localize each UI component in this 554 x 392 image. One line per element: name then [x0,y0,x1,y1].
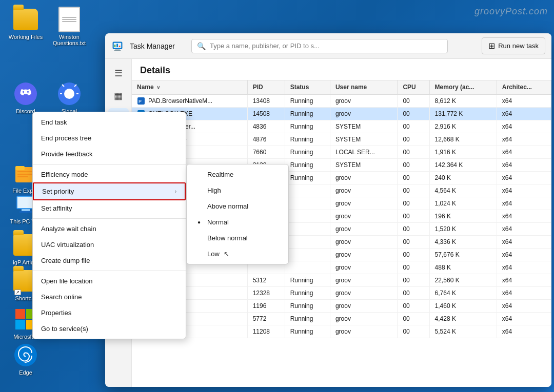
cell-memory: 4,428 K [429,313,497,325]
run-new-task-button[interactable]: ⊞ Run new task [482,37,545,54]
cell-user: groov [330,184,398,197]
submenu-item-label: Normal [207,218,229,226]
col-pid[interactable]: PID [247,80,285,94]
context-menu-item-efficiency-mode[interactable]: Efficiency mode [33,167,186,182]
col-memory[interactable]: Memory (ac... [429,80,497,94]
cell-cpu: 00 [398,223,429,236]
cell-status: Running [285,313,330,325]
context-menu-item-analyze-wait-chain[interactable]: Analyze wait chain [33,221,186,237]
search-input[interactable] [210,42,442,50]
col-status[interactable]: Status [285,80,330,94]
cell-memory: 5,524 K [429,325,497,338]
table-row[interactable]: .exe 1196 Running groov 00 1,460 K x64 [132,300,551,313]
context-menu-item-uac-virtualization[interactable]: UAC virtualization [33,237,186,253]
context-menu-item-label: Search online [41,293,82,301]
submenu-item-low[interactable]: Low ↖ [187,246,288,262]
cell-user: groov [330,300,398,313]
cell-arch: x64 [497,210,551,223]
svg-rect-5 [17,171,34,172]
cell-user: LOCAL SER... [330,146,398,159]
cell-cpu: 00 [398,210,429,223]
table-row[interactable]: O OUTLOOK.EXE 14508 Running groov 00 131… [132,108,551,120]
submenu-item-high[interactable]: High [187,182,288,198]
cell-memory: 1,460 K [429,300,497,313]
col-user[interactable]: User name [330,80,398,94]
desktop-icon-edge[interactable]: Edge [5,341,46,378]
table-row[interactable]: .exe 5772 Running groov 00 4,428 K x64 [132,313,551,325]
cell-memory: 131,772 K [429,108,497,120]
desktop-icon-signal[interactable]: Signal [49,79,90,116]
title-bar: Task Manager 🔍 ⊞ Run new task [105,33,551,59]
desktop: groovyPost.com Working Files WinstonQues… [0,0,554,392]
cell-arch: x64 [497,236,551,249]
cell-status: Running [285,274,330,287]
cell-user: groov [330,249,398,261]
context-menu-item-label: Efficiency mode [41,171,88,178]
discord-icon [13,81,38,106]
desktop-icon-winston[interactable]: WinstonQuestions.txt [49,5,90,48]
table-row[interactable]: lickToRun.exe 4876 Running SYSTEM 00 12,… [132,133,551,146]
sidebar-hamburger-button[interactable]: ☰ [108,63,129,84]
svg-rect-6 [17,174,34,175]
submenu-item-label: Realtime [207,171,233,178]
context-menu-item-label: Go to service(s) [41,325,88,333]
submenu-item-realtime[interactable]: Realtime [187,167,288,182]
svg-rect-21 [119,46,121,47]
submenu-item-above-normal[interactable]: Above normal [187,198,288,214]
submenu-item-below-normal[interactable]: Below normal [187,230,288,246]
context-menu-item-create-dump-file[interactable]: Create dump file [33,253,186,269]
col-name[interactable]: Name ∨ [132,80,247,94]
table-row[interactable]: .exe 5312 Running groov 00 22,560 K x64 [132,274,551,287]
context-menu-item-end-task[interactable]: End task [33,114,186,130]
context-menu-item-properties[interactable]: Properties [33,305,186,321]
desktop-icon-discord[interactable]: Discord [5,79,46,116]
svg-rect-11 [19,211,32,213]
icon-label: Edge [19,369,32,376]
cell-status [285,249,330,261]
submenu-item-normal[interactable]: ●Normal [187,214,288,230]
table-row[interactable]: msedge.exe 11208 Running groov 00 5,524 … [132,325,551,338]
desktop-icon-working-files[interactable]: Working Files [5,5,46,42]
signal-icon [57,81,82,106]
table-row[interactable]: .exe 7660 Running LOCAL SER... 00 1,916 … [132,146,551,159]
search-bar[interactable]: 🔍 [191,39,448,53]
cell-cpu: 00 [398,313,429,325]
table-row[interactable]: .exe 12328 Running groov 00 6,764 K x64 [132,287,551,300]
cell-arch: x64 [497,133,551,146]
cell-pid: 11208 [247,325,285,338]
submenu-item-label: Low [207,250,220,258]
cell-cpu: 00 [398,249,429,261]
cell-cpu: 00 [398,274,429,287]
col-arch[interactable]: Architec... [497,80,551,94]
cell-status: Running [285,133,330,146]
cell-user: SYSTEM [330,133,398,146]
cell-cpu: 00 [398,108,429,120]
context-menu-item-provide-feedback[interactable]: Provide feedback [33,146,186,162]
table-row[interactable]: P PAD.BrowserNativeM... 13408 Running gr… [132,94,551,108]
processes-icon: ▦ [114,90,123,101]
svg-rect-19 [114,45,116,47]
cell-arch: x64 [497,146,551,159]
context-menu-item-go-to-services[interactable]: Go to service(s) [33,321,186,337]
context-menu-item-set-priority[interactable]: Set priority› [33,182,186,200]
context-menu-item-search-online[interactable]: Search online [33,289,186,305]
doc-icon [57,7,82,32]
cell-pid: 5772 [247,313,285,325]
submenu-item-label: Above normal [207,202,248,210]
cell-pid: 13408 [247,94,285,108]
cell-arch: x64 [497,300,551,313]
cell-status [285,184,330,197]
sidebar-processes-button[interactable]: ▦ [108,86,129,106]
context-menu-item-end-process-tree[interactable]: End process tree [33,130,186,146]
cell-arch: x64 [497,184,551,197]
col-cpu[interactable]: CPU [398,80,429,94]
process-name-text: PAD.BrowserNativeM... [148,97,212,105]
context-menu-item-open-file-location[interactable]: Open file location [33,273,186,289]
cell-arch: x64 [497,108,551,120]
context-menu-item-set-affinity[interactable]: Set affinity [33,200,186,216]
section-title: Details [132,59,551,80]
cell-status [285,223,330,236]
table-row[interactable]: p.IGCC.WinSer... 4836 Running SYSTEM 00 … [132,120,551,133]
cell-cpu: 00 [398,120,429,133]
priority-submenu: RealtimeHighAbove normal●NormalBelow nor… [186,164,289,264]
